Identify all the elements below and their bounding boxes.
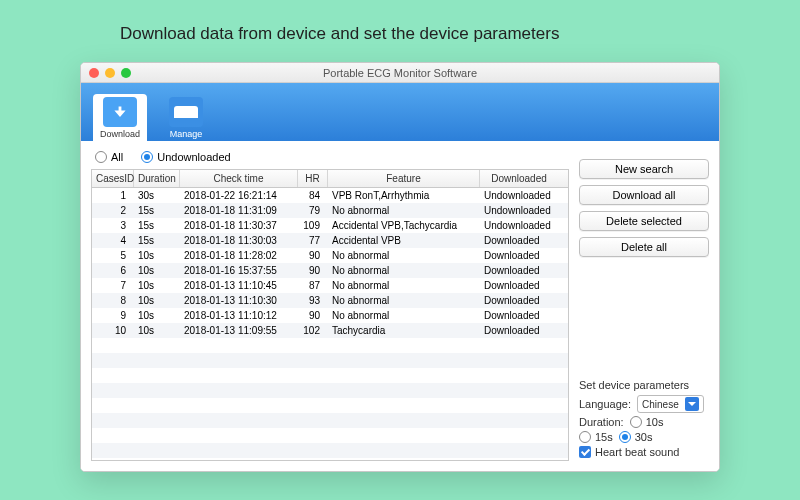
language-label: Language: (579, 398, 631, 410)
cell-downloaded: Downloaded (480, 233, 558, 248)
duration-30s[interactable]: 30s (619, 431, 653, 443)
app-window: Portable ECG Monitor Software Download M… (80, 62, 720, 472)
toolbar: Download Manage (81, 83, 719, 141)
cases-table: CasesID Duration Check time HR Feature D… (91, 169, 569, 461)
radio-icon (141, 151, 153, 163)
table-row[interactable]: 130s2018-01-22 16:21:1484VPB RonT,Arrhyt… (92, 188, 568, 203)
table-row[interactable]: 510s2018-01-18 11:28:0290No abnormalDown… (92, 248, 568, 263)
cell-id: 7 (92, 278, 134, 293)
cell-hr: 84 (298, 188, 328, 203)
page-caption: Download data from device and set the de… (120, 24, 559, 44)
table-row[interactable]: 215s2018-01-18 11:31:0979No abnormalUndo… (92, 203, 568, 218)
cell-hr: 90 (298, 248, 328, 263)
table-row[interactable]: 415s2018-01-18 11:30:0377Accidental VPBD… (92, 233, 568, 248)
cell-hr: 90 (298, 308, 328, 323)
col-feature[interactable]: Feature (328, 170, 480, 187)
cell-downloaded: Downloaded (480, 278, 558, 293)
table-row[interactable]: 315s2018-01-18 11:30:37109Accidental VPB… (92, 218, 568, 233)
device-params: Set device parameters Language: Chinese … (579, 379, 709, 461)
tab-download[interactable]: Download (93, 94, 147, 141)
cell-checktime: 2018-01-13 11:09:55 (180, 323, 298, 338)
language-value: Chinese (642, 399, 679, 410)
cell-id: 5 (92, 248, 134, 263)
params-title: Set device parameters (579, 379, 709, 391)
cell-id: 8 (92, 293, 134, 308)
cell-feature: VPB RonT,Arrhythmia (328, 188, 480, 203)
new-search-button[interactable]: New search (579, 159, 709, 179)
cell-checktime: 2018-01-18 11:31:09 (180, 203, 298, 218)
cell-downloaded: Undownloaded (480, 218, 558, 233)
filter-undownloaded[interactable]: Undownloaded (141, 151, 230, 163)
col-checktime[interactable]: Check time (180, 170, 298, 187)
cell-checktime: 2018-01-13 11:10:12 (180, 308, 298, 323)
table-body[interactable]: 130s2018-01-22 16:21:1484VPB RonT,Arrhyt… (92, 188, 568, 460)
chevron-down-icon (685, 397, 699, 411)
filter-undownloaded-label: Undownloaded (157, 151, 230, 163)
cell-feature: Accidental VPB (328, 233, 480, 248)
filter-all[interactable]: All (95, 151, 123, 163)
cell-checktime: 2018-01-18 11:30:03 (180, 233, 298, 248)
side-panel: New search Download all Delete selected … (579, 149, 709, 461)
filter-row: All Undownloaded (91, 149, 569, 169)
download-all-button[interactable]: Download all (579, 185, 709, 205)
cell-checktime: 2018-01-18 11:28:02 (180, 248, 298, 263)
radio-icon (630, 416, 642, 428)
cell-duration: 10s (134, 323, 180, 338)
radio-icon (95, 151, 107, 163)
heartbeat-label: Heart beat sound (595, 446, 679, 458)
col-hr[interactable]: HR (298, 170, 328, 187)
cell-hr: 77 (298, 233, 328, 248)
cell-duration: 10s (134, 278, 180, 293)
tab-manage[interactable]: Manage (159, 94, 213, 141)
cell-feature: Tachycardia (328, 323, 480, 338)
cell-id: 3 (92, 218, 134, 233)
cell-id: 10 (92, 323, 134, 338)
cell-checktime: 2018-01-22 16:21:14 (180, 188, 298, 203)
cell-duration: 30s (134, 188, 180, 203)
duration-label: Duration: (579, 416, 624, 428)
cell-id: 4 (92, 233, 134, 248)
cell-id: 6 (92, 263, 134, 278)
cell-hr: 93 (298, 293, 328, 308)
cell-hr: 90 (298, 263, 328, 278)
cell-duration: 10s (134, 248, 180, 263)
table-row[interactable]: 610s2018-01-16 15:37:5590No abnormalDown… (92, 263, 568, 278)
cell-hr: 79 (298, 203, 328, 218)
col-downloaded[interactable]: Downloaded (480, 170, 558, 187)
cell-feature: No abnormal (328, 308, 480, 323)
table-row[interactable]: 910s2018-01-13 11:10:1290No abnormalDown… (92, 308, 568, 323)
cell-duration: 10s (134, 263, 180, 278)
download-icon (103, 97, 137, 127)
cell-id: 1 (92, 188, 134, 203)
cell-downloaded: Undownloaded (480, 203, 558, 218)
table-row[interactable]: 710s2018-01-13 11:10:4587No abnormalDown… (92, 278, 568, 293)
cell-downloaded: Downloaded (480, 323, 558, 338)
checkbox-checked-icon (579, 446, 591, 458)
cell-duration: 15s (134, 218, 180, 233)
col-casesid[interactable]: CasesID (92, 170, 134, 187)
duration-15s[interactable]: 15s (579, 431, 613, 443)
cell-duration: 10s (134, 293, 180, 308)
cell-hr: 109 (298, 218, 328, 233)
language-select[interactable]: Chinese (637, 395, 704, 413)
cell-downloaded: Downloaded (480, 293, 558, 308)
cell-checktime: 2018-01-13 11:10:45 (180, 278, 298, 293)
duration-10s[interactable]: 10s (630, 416, 664, 428)
delete-selected-button[interactable]: Delete selected (579, 211, 709, 231)
cell-feature: Accidental VPB,Tachycardia (328, 218, 480, 233)
cell-id: 2 (92, 203, 134, 218)
cell-feature: No abnormal (328, 203, 480, 218)
cell-feature: No abnormal (328, 248, 480, 263)
cell-id: 9 (92, 308, 134, 323)
heartbeat-checkbox[interactable]: Heart beat sound (579, 446, 679, 458)
table-row[interactable]: 1010s2018-01-13 11:09:55102TachycardiaDo… (92, 323, 568, 338)
cell-duration: 10s (134, 308, 180, 323)
col-duration[interactable]: Duration (134, 170, 180, 187)
cell-downloaded: Undownloaded (480, 188, 558, 203)
radio-icon (579, 431, 591, 443)
table-row[interactable]: 810s2018-01-13 11:10:3093No abnormalDown… (92, 293, 568, 308)
tab-download-label: Download (100, 129, 140, 139)
cell-checktime: 2018-01-16 15:37:55 (180, 263, 298, 278)
delete-all-button[interactable]: Delete all (579, 237, 709, 257)
cell-checktime: 2018-01-18 11:30:37 (180, 218, 298, 233)
